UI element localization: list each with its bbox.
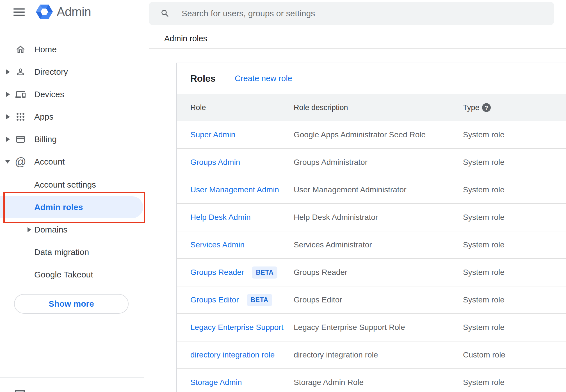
role-description: Groups Editor xyxy=(294,286,342,313)
sidebar-item-label: Account xyxy=(34,157,65,167)
role-description: Groups Reader xyxy=(294,259,347,286)
role-description: Services Administrator xyxy=(294,231,372,258)
header-divider xyxy=(149,48,566,49)
apps-grid-icon xyxy=(15,111,26,122)
role-link[interactable]: User Management Admin xyxy=(190,176,279,203)
sidebar-item-account[interactable]: @ Account xyxy=(0,151,149,173)
role-type: System role xyxy=(463,314,505,341)
role-link[interactable]: directory integration role xyxy=(190,341,275,368)
table-row: Services Admin Services Administrator Sy… xyxy=(177,231,566,259)
sidebar-item-label: Directory xyxy=(34,67,68,77)
role-description: Groups Administrator xyxy=(294,149,368,176)
table-row: Help Desk Admin Help Desk Administrator … xyxy=(177,204,566,231)
role-description: Storage Admin Role xyxy=(294,369,364,392)
role-description: Help Desk Administrator xyxy=(294,204,378,231)
sidebar-item-label: Billing xyxy=(34,135,57,144)
beta-badge: BETA xyxy=(252,266,277,279)
devices-icon xyxy=(15,89,26,100)
expand-arrow-icon[interactable] xyxy=(6,69,10,74)
role-link[interactable]: Groups EditorBETA xyxy=(190,286,272,313)
role-type: Custom role xyxy=(463,341,505,368)
sidebar-bottom-divider xyxy=(0,377,144,378)
sidebar-item-apps[interactable]: Apps xyxy=(0,106,149,128)
sidebar-item-label: Data migration xyxy=(34,247,89,257)
role-link[interactable]: Storage Admin xyxy=(190,369,242,392)
role-type: System role xyxy=(463,176,505,203)
role-description: Google Apps Administrator Seed Role xyxy=(294,121,426,148)
role-link[interactable]: Legacy Enterprise Support xyxy=(190,314,284,341)
role-type: System role xyxy=(463,369,505,392)
at-icon: @ xyxy=(15,156,26,167)
home-icon xyxy=(15,44,26,55)
role-type: System role xyxy=(463,259,505,286)
table-row: Groups EditorBETA Groups Editor System r… xyxy=(177,286,566,314)
show-more-label: Show more xyxy=(49,299,94,309)
sidebar-item-devices[interactable]: Devices xyxy=(0,83,149,106)
sidebar-item-label: Google Takeout xyxy=(34,270,93,279)
sidebar-item-billing[interactable]: Billing xyxy=(0,128,149,151)
role-description: directory integration role xyxy=(294,341,378,368)
help-icon[interactable]: ? xyxy=(482,103,491,112)
sidebar-item-directory[interactable]: Directory xyxy=(0,61,149,83)
expand-arrow-icon[interactable] xyxy=(6,137,10,142)
expand-arrow-icon[interactable] xyxy=(28,227,31,232)
role-description: User Management Administrator xyxy=(294,176,407,203)
role-link[interactable]: Super Admin xyxy=(190,121,235,148)
role-link[interactable]: Services Admin xyxy=(190,231,245,258)
create-new-role-link[interactable]: Create new role xyxy=(235,63,292,94)
clipped-bottom-icon xyxy=(15,390,25,392)
table-row: Storage Admin Storage Admin Role System … xyxy=(177,369,566,392)
hamburger-menu-icon[interactable] xyxy=(13,8,25,16)
column-header-description: Role description xyxy=(294,94,348,121)
admin-logo-icon xyxy=(36,4,53,20)
role-link[interactable]: Help Desk Admin xyxy=(190,204,251,231)
roles-card-header: Roles Create new role xyxy=(177,63,566,94)
search-input[interactable]: Search for users, groups or settings xyxy=(149,2,554,25)
collapse-arrow-icon[interactable] xyxy=(5,160,10,164)
roles-table-body: Super Admin Google Apps Administrator Se… xyxy=(177,121,566,392)
table-row: directory integration role directory int… xyxy=(177,341,566,369)
sidebar-item-data-migration[interactable]: Data migration xyxy=(0,241,149,263)
sidebar-item-label: Devices xyxy=(34,90,64,99)
table-row: Groups Admin Groups Administrator System… xyxy=(177,149,566,176)
sidebar-item-domains[interactable]: Domains xyxy=(0,218,149,241)
sidebar-item-label: Domains xyxy=(34,225,67,234)
table-row: Groups ReaderBETA Groups Reader System r… xyxy=(177,259,566,286)
sidebar-item-label: Home xyxy=(34,45,57,54)
show-more-button[interactable]: Show more xyxy=(14,294,129,314)
sidebar-item-google-takeout[interactable]: Google Takeout xyxy=(0,263,149,286)
expand-arrow-icon[interactable] xyxy=(6,92,10,97)
role-link[interactable]: Groups Admin xyxy=(190,149,240,176)
sidebar-item-label: Account settings xyxy=(34,180,96,190)
search-icon xyxy=(160,9,170,18)
app-title: Admin xyxy=(57,4,91,20)
roles-card: Roles Create new role Role Role descript… xyxy=(176,63,566,392)
sidebar-item-label: Apps xyxy=(34,112,53,122)
expand-arrow-icon[interactable] xyxy=(6,114,10,119)
column-header-role: Role xyxy=(190,94,206,121)
role-link[interactable]: Groups ReaderBETA xyxy=(190,259,277,286)
search-placeholder: Search for users, groups or settings xyxy=(182,2,315,25)
table-row: Super Admin Google Apps Administrator Se… xyxy=(177,121,566,149)
table-row: User Management Admin User Management Ad… xyxy=(177,176,566,204)
role-description: Legacy Enterprise Support Role xyxy=(294,314,405,341)
card-title: Roles xyxy=(190,63,216,94)
role-type: System role xyxy=(463,231,505,258)
credit-card-icon xyxy=(15,134,26,145)
role-type: System role xyxy=(463,286,505,313)
sidebar-item-home[interactable]: Home xyxy=(0,38,149,61)
role-type: System role xyxy=(463,121,505,148)
breadcrumb: Admin roles xyxy=(164,34,207,43)
roles-table-header: Role Role description Type ? xyxy=(177,94,566,121)
role-type: System role xyxy=(463,204,505,231)
person-icon xyxy=(15,67,26,77)
role-type: System role xyxy=(463,149,505,176)
beta-badge: BETA xyxy=(247,294,272,306)
column-header-type: Type xyxy=(463,94,480,121)
table-row: Legacy Enterprise Support Legacy Enterpr… xyxy=(177,314,566,341)
